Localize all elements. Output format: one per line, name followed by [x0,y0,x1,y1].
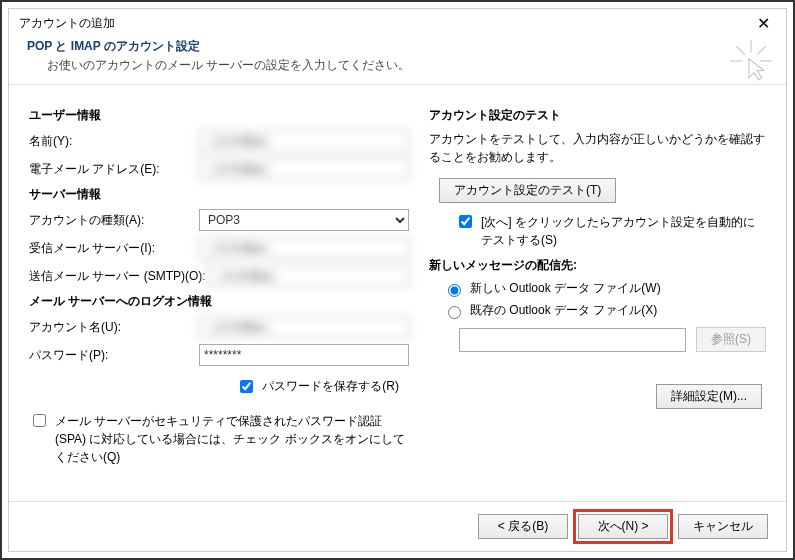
auto-test-label: [次へ] をクリックしたらアカウント設定を自動的にテストする(S) [481,213,766,249]
cancel-button[interactable]: キャンセル [678,514,768,539]
existing-datafile-input[interactable] [459,328,686,352]
email-label: 電子メール アドレス(E): [29,161,199,178]
incoming-server-label: 受信メール サーバー(I): [29,240,199,257]
header-title: POP と IMAP のアカウント設定 [27,38,768,55]
name-input[interactable] [199,130,409,152]
save-password-checkbox[interactable] [240,380,253,393]
logon-info-heading: メール サーバーへのログオン情報 [29,293,409,310]
save-password-row[interactable]: パスワードを保存する(R) [236,378,399,396]
auto-test-checkbox[interactable] [459,215,472,228]
auto-test-row[interactable]: [次へ] をクリックしたらアカウント設定を自動的にテストする(S) [455,213,766,249]
close-icon[interactable]: ✕ [751,16,776,32]
name-label: 名前(Y): [29,133,199,150]
radio-new-row[interactable]: 新しい Outlook データ ファイル(W) [443,280,766,297]
radio-existing-label: 既存の Outlook データ ファイル(X) [470,302,657,319]
back-button[interactable]: < 戻る(B) [478,514,568,539]
incoming-server-input[interactable] [199,237,409,259]
svg-line-3 [736,46,744,54]
advanced-settings-button[interactable]: 詳細設定(M)... [656,384,762,409]
next-button[interactable]: 次へ(N) > [578,514,668,539]
server-info-heading: サーバー情報 [29,186,409,203]
account-type-label: アカウントの種類(A): [29,212,199,229]
spa-label: メール サーバーがセキュリティで保護されたパスワード認証 (SPA) に対応して… [55,412,409,466]
test-account-settings-button[interactable]: アカウント設定のテスト(T) [439,178,616,203]
account-type-select[interactable]: POP3 [199,209,409,231]
email-input[interactable] [199,158,409,180]
account-name-label: アカウント名(U): [29,319,199,336]
spa-row[interactable]: メール サーバーがセキュリティで保護されたパスワード認証 (SPA) に対応して… [29,412,409,466]
radio-new-datafile[interactable] [448,284,461,297]
radio-existing-row[interactable]: 既存の Outlook データ ファイル(X) [443,302,766,319]
account-name-input[interactable] [199,316,409,338]
save-password-label: パスワードを保存する(R) [262,378,399,395]
browse-button[interactable]: 参照(S) [696,327,766,352]
password-label: パスワード(P): [29,347,199,364]
user-info-heading: ユーザー情報 [29,107,409,124]
test-settings-text: アカウントをテストして、入力内容が正しいかどうかを確認することをお勧めします。 [429,130,766,166]
header-subtitle: お使いのアカウントのメール サーバーの設定を入力してください。 [47,57,768,74]
outgoing-server-input[interactable] [206,265,409,287]
cursor-decoration-icon [730,40,772,82]
outgoing-server-label: 送信メール サーバー (SMTP)(O): [29,268,206,285]
svg-line-4 [757,46,765,54]
window-title: アカウントの追加 [19,15,115,32]
radio-new-label: 新しい Outlook データ ファイル(W) [470,280,661,297]
radio-existing-datafile[interactable] [448,306,461,319]
test-settings-heading: アカウント設定のテスト [429,107,766,124]
delivery-heading: 新しいメッセージの配信先: [429,257,766,274]
spa-checkbox[interactable] [33,414,46,427]
password-input[interactable] [199,344,409,366]
